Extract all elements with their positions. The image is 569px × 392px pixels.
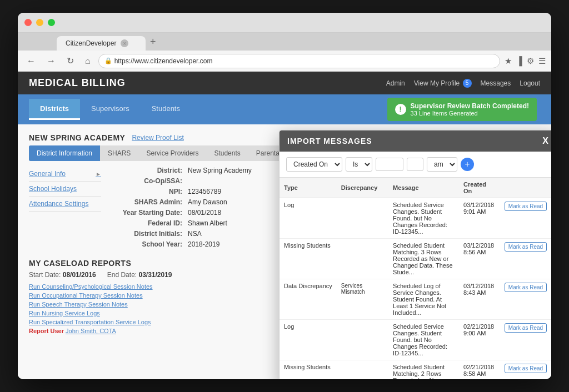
value-district: New Spring Academy	[188, 167, 252, 174]
modal-header: IMPORT MESSAGES X	[279, 130, 551, 152]
notification-icon: !	[395, 104, 406, 115]
mark-action-button[interactable]: Mark as Read	[505, 242, 547, 252]
filter-add-button[interactable]: +	[461, 158, 474, 171]
modal-close-button[interactable]: X	[542, 136, 548, 146]
district-sidebar: General Info ► School Holidays Attendanc…	[29, 167, 101, 251]
district-name: NEW SPRING ACADEMY	[29, 133, 125, 142]
row-action-cell: Mark as Read	[500, 239, 551, 279]
messages-badge: 5	[463, 79, 472, 88]
sidebar-attendance[interactable]: Attendance Settings	[29, 197, 101, 212]
browser-tab-active[interactable]: CitizenDeveloper ×	[57, 36, 146, 51]
caseload-link-nursing[interactable]: Run Nursing Service Logs	[29, 310, 280, 316]
app-tabs-left: Districts Supervisors Students	[29, 99, 191, 120]
start-date-value: 08/01/2016	[63, 271, 96, 279]
tab-students[interactable]: Students	[141, 99, 191, 120]
caseload-link-speech[interactable]: Run Speech Therapy Session Notes	[29, 301, 280, 308]
filter-ampm-select[interactable]: am pm	[427, 157, 457, 172]
filter-value-input1[interactable]	[376, 158, 403, 171]
table-row: Data Discrepancy Services Mismatch Sched…	[279, 279, 551, 320]
tab-close-button[interactable]: ×	[121, 39, 128, 47]
admin-link[interactable]: Admin	[386, 79, 405, 87]
mark-action-button[interactable]: Mark as Read	[505, 202, 547, 211]
messages-link[interactable]: Messages	[481, 79, 511, 87]
row-action-cell: Mark as Read	[500, 320, 551, 360]
sidebar-general-info[interactable]: General Info ►	[29, 167, 101, 182]
caseload-link-transportation[interactable]: Run Specialized Transportation Service L…	[29, 319, 280, 325]
caseload-link-ot[interactable]: Run Occupational Therapy Session Notes	[29, 292, 280, 299]
report-user-name[interactable]: John Smith, COTA	[66, 328, 116, 334]
minimize-button[interactable]	[36, 19, 43, 26]
star-icon[interactable]: ★	[505, 56, 512, 66]
settings-icon[interactable]: ⚙	[527, 56, 534, 66]
maximize-button[interactable]	[48, 19, 55, 26]
row-message: Scheduled Service Changes. Student Found…	[388, 198, 459, 239]
filter-value-input2[interactable]	[407, 158, 423, 171]
col-created-on: Created On	[459, 178, 500, 198]
tab-districts[interactable]: Districts	[29, 99, 80, 120]
app-nav-links: Admin View My Profile 5 Messages Logout	[386, 79, 540, 88]
row-type: Missing Students	[279, 360, 337, 380]
row-created-on: 02/21/20189:00 AM	[459, 320, 500, 360]
review-proof-link[interactable]: Review Proof List	[132, 134, 183, 142]
browser-tab-label: CitizenDeveloper	[66, 39, 116, 47]
home-button[interactable]: ⌂	[82, 54, 94, 68]
filter-field-select[interactable]: Created On	[286, 157, 342, 172]
col-message: Message	[388, 178, 459, 198]
row-message: Scheduled Log of Service Changes. Studen…	[388, 279, 459, 320]
district-tab-info[interactable]: District Information	[29, 145, 100, 161]
address-text: https://www.citizendeveloper.com	[114, 57, 213, 65]
label-coop: Co-Op/SSA:	[110, 177, 182, 185]
row-message: Scheduled Service Changes. Student Found…	[388, 320, 459, 360]
mark-action-button[interactable]: Mark as Read	[505, 364, 547, 373]
filter-operator-select[interactable]: Is	[346, 157, 372, 172]
table-row: Missing Students Scheduled Student Match…	[279, 360, 551, 380]
browser-toolbar: ← → ↻ ⌂ 🔒 https://www.citizendeveloper.c…	[18, 51, 551, 72]
label-district: District:	[110, 167, 182, 174]
col-action	[500, 178, 551, 198]
row-action-cell: Mark as Read	[500, 198, 551, 239]
mac-dots	[24, 19, 55, 26]
bookmark-icon[interactable]: ▐	[516, 56, 522, 66]
modal-overlay: IMPORT MESSAGES X Created On Is	[18, 124, 551, 379]
row-type: Data Discrepancy	[279, 279, 337, 320]
row-discrepancy	[337, 198, 388, 239]
notification-subtitle: 33 Line Items Generated	[411, 110, 529, 117]
district-tab-shars[interactable]: SHARS	[100, 145, 138, 161]
row-action-cell: Mark as Read	[500, 279, 551, 320]
mac-window: CitizenDeveloper × + ← → ↻ ⌂ 🔒 https://w…	[18, 13, 551, 379]
forward-button[interactable]: →	[43, 54, 59, 68]
label-school-year: School Year:	[110, 240, 182, 248]
district-tab-providers[interactable]: Service Providers	[138, 145, 206, 161]
row-type: Log	[279, 198, 337, 239]
label-year-start: Year Starting Date:	[110, 209, 182, 217]
row-type: Log	[279, 320, 337, 360]
notification-title: Supervisor Review Batch Completed!	[411, 102, 529, 110]
close-button[interactable]	[24, 19, 32, 26]
lock-icon: 🔒	[104, 57, 112, 64]
sidebar-school-holidays[interactable]: School Holidays	[29, 182, 101, 197]
menu-icon[interactable]: ☰	[538, 56, 546, 66]
district-tab-students[interactable]: Students	[206, 145, 248, 161]
app-content: NEW SPRING ACADEMY Review Proof List Dis…	[18, 124, 551, 379]
caseload-link-counseling[interactable]: Run Counseling/Psychological Session Not…	[29, 283, 280, 290]
value-federal-id: Shawn Albert	[188, 219, 227, 227]
reload-button[interactable]: ↻	[63, 53, 77, 68]
value-initials: NSA	[188, 230, 202, 238]
tab-supervisors[interactable]: Supervisors	[80, 99, 141, 120]
back-button[interactable]: ←	[23, 54, 39, 68]
col-type: Type	[279, 178, 337, 198]
new-tab-button[interactable]: +	[146, 33, 161, 51]
logout-link[interactable]: Logout	[520, 79, 540, 87]
app-tabs-bar: Districts Supervisors Students ! Supervi…	[18, 94, 551, 124]
label-npi: NPI:	[110, 188, 182, 195]
view-profile-link[interactable]: View My Profile 5	[414, 79, 472, 88]
address-bar[interactable]: 🔒 https://www.citizendeveloper.com	[98, 54, 501, 68]
browser-tab-bar: CitizenDeveloper × +	[18, 33, 551, 51]
mark-action-button[interactable]: Mark as Read	[505, 283, 547, 292]
mac-titlebar	[18, 13, 551, 33]
browser-toolbar-icons: ★ ▐ ⚙ ☰	[505, 56, 546, 66]
import-messages-modal: IMPORT MESSAGES X Created On Is	[279, 130, 551, 379]
row-type: Missing Students	[279, 239, 337, 279]
mark-action-button[interactable]: Mark as Read	[505, 323, 547, 333]
report-user-label: Report User	[29, 328, 64, 334]
